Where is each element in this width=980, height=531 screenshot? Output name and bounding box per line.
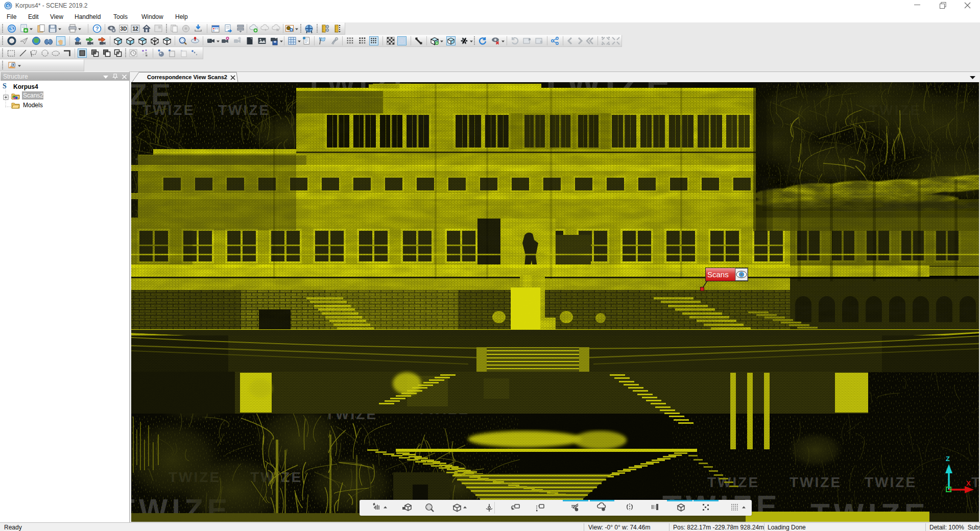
svg-text:12: 12 bbox=[132, 26, 138, 32]
svg-text:?: ? bbox=[95, 26, 99, 32]
svg-text:Scans: Scans bbox=[707, 270, 729, 279]
svg-text:Z: Z bbox=[946, 455, 950, 463]
svg-text:X: X bbox=[966, 479, 971, 487]
svg-text:3D: 3D bbox=[121, 26, 127, 32]
svg-text:S: S bbox=[10, 26, 14, 32]
svg-text:S: S bbox=[7, 3, 10, 9]
